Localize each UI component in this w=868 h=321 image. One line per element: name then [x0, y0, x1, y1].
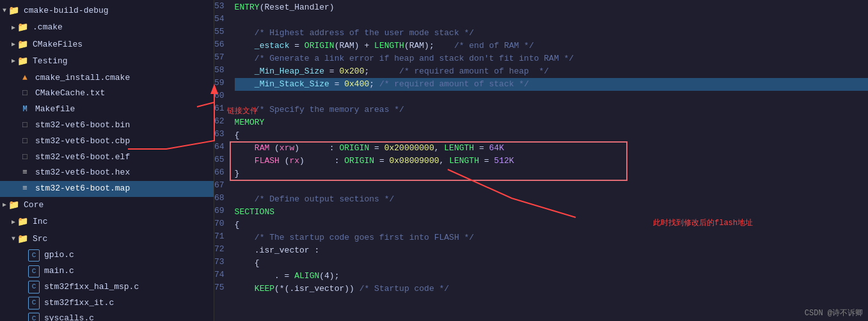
- code-line: SECTIONS: [235, 206, 868, 219]
- code-line: {: [235, 129, 868, 142]
- sidebar-item-testing[interactable]: ▶📁Testing: [0, 53, 214, 70]
- code-line: . = ALIGN(4);: [235, 270, 868, 283]
- line-number: 55: [214, 26, 230, 38]
- sidebar-item-cmakefiles[interactable]: ▶📁CMakeFiles: [0, 36, 214, 53]
- sidebar-item-src[interactable]: ▼📁Src: [0, 231, 214, 247]
- code-line: /* Highest address of the user mode stac…: [235, 27, 868, 40]
- line-number: 69: [214, 205, 230, 217]
- file-icon: C: [28, 265, 40, 278]
- file-icon: M: [19, 104, 31, 116]
- line-number: 72: [214, 243, 230, 256]
- code-line: _Min_Heap_Size = 0x200; /* required amou…: [235, 65, 868, 78]
- line-number: 60: [214, 90, 230, 102]
- file-icon: C: [28, 313, 40, 321]
- code-line: /* Define output sections */: [235, 193, 868, 206]
- sidebar-item-stm32-elf[interactable]: □stm32-vet6-boot.elf: [0, 150, 214, 166]
- code-line: [235, 180, 868, 193]
- sidebar-item-label: stm32f1xx_hal_msp.c: [44, 281, 139, 294]
- chevron-icon: ▶: [12, 23, 15, 33]
- file-icon: C: [28, 249, 40, 262]
- file-icon: ▲: [19, 72, 31, 85]
- sidebar-item-label: Core: [24, 199, 43, 212]
- sidebar-item-label: stm32-vet6-boot.bin: [35, 119, 130, 132]
- sidebar-item-label: stm32-vet6-boot.cbp: [35, 135, 130, 148]
- folder-icon: 📁: [17, 38, 28, 52]
- file-icon: ≡: [19, 166, 31, 180]
- sidebar-item-label: Src: [33, 233, 47, 246]
- line-numbers: 5354555657585960616263646566676869707172…: [214, 0, 230, 321]
- file-icon: C: [28, 297, 40, 309]
- code-line: {: [235, 257, 868, 270]
- sidebar-item-label: cmake-build-debug: [24, 4, 109, 18]
- sidebar-item-label: stm32f1xx_it.c: [44, 297, 114, 310]
- code-line: [235, 91, 868, 104]
- sidebar-item-cmake-install[interactable]: ▲cmake_install.cmake: [0, 70, 214, 86]
- file-icon: ≡: [19, 182, 31, 196]
- sidebar-item-label: Inc: [33, 215, 47, 229]
- code-line: ENTRY(Reset_Handler): [235, 1, 868, 14]
- sidebar-item-inc[interactable]: ▶📁Inc: [0, 214, 214, 230]
- file-icon: □: [19, 119, 31, 132]
- chevron-icon: ▶: [12, 217, 15, 228]
- line-number: 64: [214, 141, 230, 153]
- sidebar-item-stm32-map[interactable]: ≡stm32-vet6-boot.map: [0, 181, 214, 197]
- code-line: {: [235, 219, 868, 231]
- code-content[interactable]: ENTRY(Reset_Handler) /* Highest address …: [230, 0, 868, 321]
- sidebar-item-stm32-bin[interactable]: □stm32-vet6-boot.bin: [0, 118, 214, 134]
- sidebar-item-label: .cmake: [33, 21, 63, 35]
- line-number: 70: [214, 217, 230, 230]
- chevron-icon: ▼: [12, 234, 15, 244]
- line-number: 63: [214, 128, 230, 141]
- sidebar-item-syscalls[interactable]: Csyscalls.c: [0, 311, 214, 321]
- sidebar-item-cmake[interactable]: ▶📁.cmake: [0, 19, 214, 36]
- line-number: 65: [214, 153, 230, 166]
- line-number: 62: [214, 115, 230, 128]
- sidebar-item-stm32-cbp[interactable]: □stm32-vet6-boot.cbp: [0, 134, 214, 150]
- code-line: }: [235, 168, 868, 180]
- code-line: _estack = ORIGIN(RAM) + LENGTH(RAM); /* …: [235, 40, 868, 52]
- sidebar-item-makefile[interactable]: MMakefile: [0, 102, 214, 118]
- sidebar-item-label: Testing: [33, 55, 68, 68]
- code-line: [235, 14, 868, 27]
- code-line: KEEP(*(.isr_vector)) /* Startup code */: [235, 283, 868, 295]
- file-icon: □: [19, 135, 31, 148]
- code-line: /* The startup code goes first into FLAS…: [235, 231, 868, 244]
- sidebar-item-cmake-build-debug[interactable]: ▼📁cmake-build-debug: [0, 3, 214, 19]
- chevron-icon: ▼: [3, 6, 6, 16]
- folder-icon: 📁: [8, 198, 19, 212]
- line-number: 53: [214, 0, 230, 13]
- sidebar-item-gpio-c[interactable]: Cgpio.c: [0, 247, 214, 263]
- sidebar-item-stm32-hex[interactable]: ≡stm32-vet6-boot.hex: [0, 165, 214, 181]
- sidebar-item-cmake-cache[interactable]: □CMakeCache.txt: [0, 86, 214, 102]
- file-icon: □: [19, 151, 31, 164]
- code-line: FLASH (rx) : ORIGIN = 0x08009000, LENGTH…: [235, 155, 868, 168]
- file-icon: C: [28, 281, 40, 294]
- line-number: 74: [214, 269, 230, 281]
- sidebar-item-main-c[interactable]: Cmain.c: [0, 263, 214, 279]
- code-line: MEMORY: [235, 116, 868, 129]
- sidebar-item-label: stm32-vet6-boot.elf: [35, 151, 130, 164]
- line-number: 75: [214, 281, 230, 294]
- sidebar-item-label: CMakeFiles: [33, 38, 83, 52]
- line-number: 66: [214, 166, 230, 179]
- sidebar-item-core[interactable]: ▶📁Core: [0, 197, 214, 214]
- sidebar-item-stm32f1xx-it[interactable]: Cstm32f1xx_it.c: [0, 295, 214, 311]
- sidebar-item-label: CMakeCache.txt: [35, 87, 105, 100]
- line-number: 71: [214, 230, 230, 243]
- code-line: _Min_Stack_Size = 0x400; /* required amo…: [235, 78, 868, 91]
- chevron-icon: ▶: [3, 200, 6, 210]
- line-number: 56: [214, 38, 230, 51]
- folder-icon: 📁: [8, 4, 19, 18]
- line-number: 73: [214, 256, 230, 269]
- sidebar-item-label: Makefile: [35, 103, 75, 116]
- folder-icon: 📁: [17, 232, 28, 246]
- folder-icon: 📁: [17, 215, 28, 229]
- sidebar-item-stm32f1xx-hal-msp[interactable]: Cstm32f1xx_hal_msp.c: [0, 279, 214, 295]
- code-line: RAM (xrw) : ORIGIN = 0x20000000, LENGTH …: [235, 142, 868, 155]
- file-icon: □: [19, 87, 31, 100]
- line-number: 68: [214, 192, 230, 205]
- file-explorer[interactable]: ▼📁cmake-build-debug▶📁.cmake▶📁CMakeFiles▶…: [0, 0, 214, 321]
- line-number: 57: [214, 51, 230, 64]
- folder-icon: 📁: [17, 54, 28, 68]
- watermark: CSDN @诗不诉卿: [805, 308, 863, 318]
